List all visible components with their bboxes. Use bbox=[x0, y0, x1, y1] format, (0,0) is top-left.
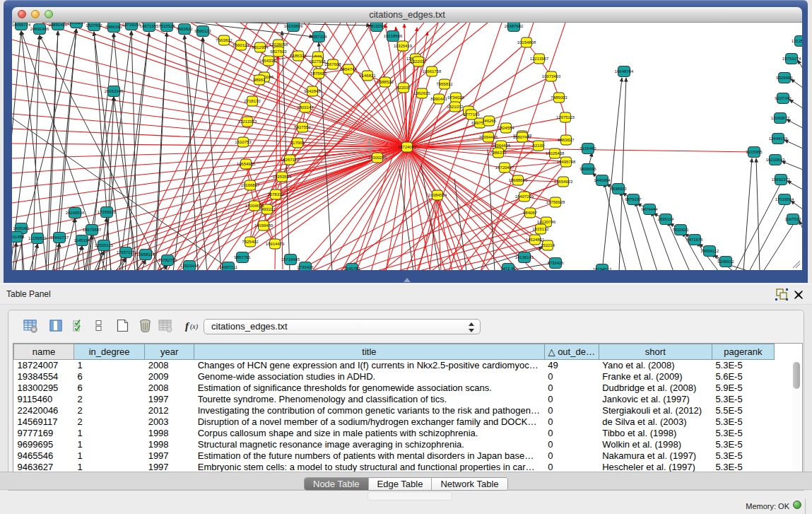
svg-text:8471676: 8471676 bbox=[686, 238, 703, 242]
svg-text:2367608: 2367608 bbox=[324, 62, 341, 66]
svg-text:19756928: 19756928 bbox=[546, 200, 565, 204]
svg-text:20206536: 20206536 bbox=[66, 211, 85, 215]
svg-text:9245783: 9245783 bbox=[343, 267, 360, 270]
svg-text:8938923: 8938923 bbox=[610, 187, 627, 191]
svg-text:10807487: 10807487 bbox=[513, 135, 532, 139]
svg-text:9327508: 9327508 bbox=[309, 59, 326, 64]
svg-text:13226058: 13226058 bbox=[269, 42, 288, 47]
svg-text:8912954: 8912954 bbox=[252, 45, 269, 49]
svg-text:9472 45: 9472 45 bbox=[500, 267, 516, 270]
svg-text:12093872: 12093872 bbox=[771, 116, 790, 120]
svg-text:7663822: 7663822 bbox=[176, 27, 193, 31]
svg-text:10958117: 10958117 bbox=[136, 252, 155, 257]
svg-text:9227343: 9227343 bbox=[775, 96, 792, 100]
svg-text:2935114: 2935114 bbox=[658, 217, 675, 221]
svg-text:9827503: 9827503 bbox=[270, 49, 287, 54]
svg-text:7955812: 7955812 bbox=[436, 82, 453, 86]
svg-text:10154808: 10154808 bbox=[517, 40, 536, 45]
svg-text:19384554: 19384554 bbox=[428, 193, 447, 197]
svg-text:11325419: 11325419 bbox=[394, 44, 413, 48]
svg-text:8427552: 8427552 bbox=[294, 125, 311, 129]
svg-text:17359928: 17359928 bbox=[98, 210, 117, 214]
svg-text:14136141: 14136141 bbox=[515, 255, 534, 259]
svg-text:1527602: 1527602 bbox=[86, 23, 102, 28]
svg-text:10653267: 10653267 bbox=[67, 23, 86, 25]
svg-text:9560123: 9560123 bbox=[194, 29, 211, 33]
svg-text:12923448: 12923448 bbox=[180, 264, 199, 268]
svg-text:12505115: 12505115 bbox=[95, 243, 114, 247]
svg-text:20364436: 20364436 bbox=[479, 135, 498, 139]
svg-text:1435061: 1435061 bbox=[13, 226, 30, 230]
svg-text:1610753: 1610753 bbox=[235, 140, 252, 144]
svg-text:12213363: 12213363 bbox=[238, 119, 257, 124]
svg-text:17016504: 17016504 bbox=[775, 197, 794, 201]
svg-text:5875685: 5875685 bbox=[310, 71, 327, 76]
svg-text:252214: 252214 bbox=[541, 243, 555, 247]
svg-text:7485003: 7485003 bbox=[551, 95, 567, 100]
svg-text:20364436: 20364436 bbox=[492, 144, 511, 148]
svg-text:2718170: 2718170 bbox=[244, 99, 261, 103]
svg-text:9777169: 9777169 bbox=[463, 112, 480, 117]
svg-text:12942737: 12942737 bbox=[50, 235, 69, 240]
svg-text:9734028: 9734028 bbox=[447, 95, 464, 100]
svg-text:19218506: 19218506 bbox=[384, 34, 403, 38]
svg-text:16543362: 16543362 bbox=[259, 59, 278, 63]
svg-text:9463627: 9463627 bbox=[558, 138, 575, 142]
svg-text:10973493: 10973493 bbox=[542, 74, 561, 78]
svg-text:9115460: 9115460 bbox=[580, 146, 597, 151]
svg-text:2803144: 2803144 bbox=[297, 105, 314, 110]
svg-text:16671355: 16671355 bbox=[140, 24, 159, 28]
svg-text:15720407: 15720407 bbox=[495, 165, 514, 170]
svg-text:8990443: 8990443 bbox=[430, 97, 447, 101]
svg-text:11156829: 11156829 bbox=[28, 236, 47, 240]
svg-text:117004: 117004 bbox=[290, 141, 305, 145]
svg-text:1588520: 1588520 bbox=[377, 80, 394, 84]
svg-text:17004678: 17004678 bbox=[245, 204, 264, 208]
svg-text:1322037: 1322037 bbox=[410, 59, 427, 64]
svg-text:20891406: 20891406 bbox=[49, 23, 68, 27]
svg-text:9357224: 9357224 bbox=[310, 35, 327, 39]
svg-text:15716485: 15716485 bbox=[281, 257, 300, 262]
svg-text:6466160: 6466160 bbox=[105, 25, 122, 29]
svg-text:(x): (x) bbox=[190, 322, 199, 331]
svg-text:15353594: 15353594 bbox=[273, 175, 292, 179]
svg-text:7663822: 7663822 bbox=[216, 38, 233, 42]
svg-text:8186328: 8186328 bbox=[290, 54, 307, 58]
svg-text:20053346: 20053346 bbox=[105, 89, 124, 93]
svg-text:10294512: 10294512 bbox=[593, 267, 612, 270]
svg-text:7625402: 7625402 bbox=[242, 240, 259, 244]
svg-text:16033809: 16033809 bbox=[284, 24, 303, 28]
svg-text:15495748: 15495748 bbox=[557, 160, 576, 164]
svg-text:8660123: 8660123 bbox=[233, 43, 249, 47]
svg-text:984067: 984067 bbox=[523, 211, 538, 215]
svg-text:19166827: 19166827 bbox=[241, 183, 260, 187]
svg-text:14367211: 14367211 bbox=[219, 265, 238, 269]
svg-text:10719155: 10719155 bbox=[122, 23, 141, 27]
svg-text:746266: 746266 bbox=[482, 119, 497, 123]
svg-text:9245612: 9245612 bbox=[717, 259, 734, 264]
svg-text:1615132: 1615132 bbox=[532, 227, 549, 231]
svg-text:16648784: 16648784 bbox=[615, 69, 634, 74]
svg-text:10654985: 10654985 bbox=[237, 162, 256, 166]
svg-text:98961: 98961 bbox=[254, 78, 266, 82]
svg-text:12444159: 12444159 bbox=[769, 136, 788, 141]
svg-text:9699695: 9699695 bbox=[579, 167, 596, 171]
svg-text:822037: 822037 bbox=[396, 86, 411, 90]
svg-text:62100: 62100 bbox=[533, 144, 545, 148]
svg-text:13654923: 13654923 bbox=[554, 180, 573, 184]
svg-text:f: f bbox=[185, 320, 190, 332]
svg-text:18724007: 18724007 bbox=[398, 145, 417, 149]
svg-text:10025438: 10025438 bbox=[546, 151, 565, 156]
svg-text:20691406: 20691406 bbox=[30, 27, 49, 31]
svg-text:1733426: 1733426 bbox=[297, 265, 314, 269]
svg-text:9474444: 9474444 bbox=[641, 207, 658, 211]
svg-text:3911456: 3911456 bbox=[12, 235, 25, 239]
svg-text:18300295: 18300295 bbox=[368, 156, 387, 160]
svg-text:12213967: 12213967 bbox=[530, 57, 549, 61]
svg-text:9242848: 9242848 bbox=[304, 89, 321, 93]
svg-text:12975115: 12975115 bbox=[556, 115, 575, 119]
svg-text:3824554: 3824554 bbox=[498, 126, 514, 130]
svg-text:1145194: 1145194 bbox=[74, 238, 91, 243]
svg-text:16782759: 16782759 bbox=[158, 258, 177, 262]
svg-text:6879197: 6879197 bbox=[625, 197, 642, 201]
